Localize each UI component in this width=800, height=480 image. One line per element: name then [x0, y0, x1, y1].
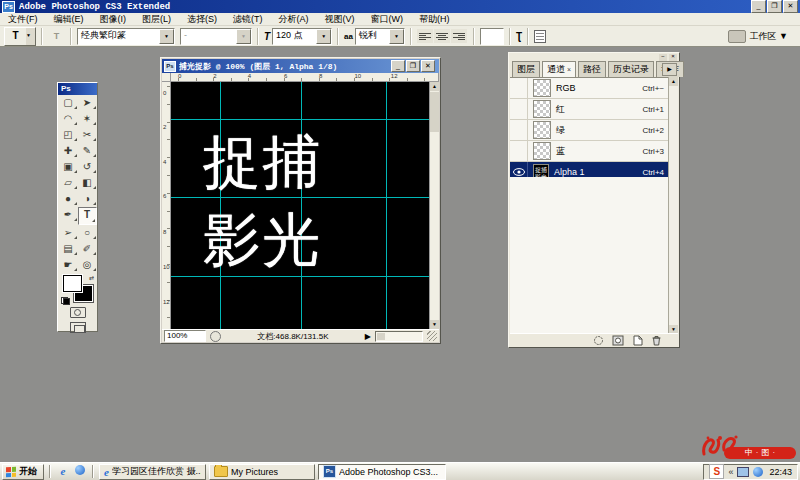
tray-chevron-icon[interactable]: « — [728, 467, 733, 477]
tool-preset-picker[interactable]: T ▼ — [4, 27, 36, 46]
menu-item[interactable]: 编辑(E) — [46, 13, 92, 26]
scroll-down-icon[interactable]: ▼ — [430, 320, 439, 329]
visibility-toggle[interactable] — [510, 120, 528, 140]
guide[interactable] — [171, 119, 429, 120]
quicklaunch-ie-icon[interactable]: e — [56, 465, 70, 478]
network-icon[interactable] — [737, 467, 749, 477]
pen-tool[interactable]: ✒ — [59, 207, 78, 223]
chevron-down-icon[interactable]: ▼ — [236, 29, 251, 44]
horizontal-scrollbar[interactable] — [375, 331, 423, 342]
menu-item[interactable]: 图层(L) — [134, 13, 179, 26]
visibility-toggle[interactable] — [510, 99, 528, 119]
history-brush-tool[interactable]: ↺ — [78, 159, 97, 175]
chevron-down-icon[interactable]: ▼ — [316, 29, 331, 44]
tab-历史记录[interactable]: 历史记录 — [608, 61, 654, 77]
chevron-down-icon[interactable]: ▼ — [26, 28, 35, 45]
minimize-button[interactable]: _ — [751, 0, 766, 13]
taskbar-task[interactable]: My Pictures — [209, 464, 315, 480]
guide[interactable] — [171, 276, 429, 277]
scrollbar-thumb[interactable] — [377, 333, 385, 340]
minimize-button[interactable]: _ — [391, 60, 405, 72]
chevron-down-icon[interactable]: ▼ — [159, 29, 174, 44]
eyedropper-tool[interactable]: ✐ — [78, 241, 97, 257]
tab-路径[interactable]: 路径 — [578, 61, 606, 77]
save-selection-icon[interactable] — [612, 335, 624, 346]
chevron-down-icon[interactable]: ▼ — [389, 29, 404, 44]
clone-stamp-tool[interactable]: ▣ — [59, 159, 78, 175]
scroll-up-icon[interactable]: ▲ — [430, 82, 439, 91]
taskbar-task[interactable]: e学习园区佳作欣赏 摄... — [99, 464, 206, 480]
gradient-tool[interactable]: ◧ — [78, 175, 97, 191]
text-orientation-button[interactable]: T — [48, 29, 65, 44]
menu-item[interactable]: 滤镜(T) — [225, 13, 271, 26]
palette-scrollbar[interactable]: ▲ ▼ — [668, 77, 678, 334]
notes-tool[interactable]: ▤ — [59, 241, 78, 257]
toggle-palettes-icon[interactable] — [534, 30, 546, 43]
swap-colors-icon[interactable]: ⇄ — [89, 274, 94, 281]
magic-wand-tool[interactable]: ✶ — [78, 111, 97, 127]
restore-button[interactable]: ❐ — [406, 60, 420, 72]
close-button[interactable]: ✕ — [783, 0, 798, 13]
dodge-tool[interactable]: ◑ — [78, 191, 97, 207]
menu-item[interactable]: 帮助(H) — [411, 13, 458, 26]
menu-item[interactable]: 分析(A) — [271, 13, 317, 26]
brush-tool[interactable]: ✎ — [78, 143, 97, 159]
font-size-select[interactable]: 120 点 ▼ — [272, 28, 332, 45]
move-tool[interactable]: ➤ — [78, 95, 97, 111]
load-selection-icon[interactable] — [593, 335, 604, 346]
hand-tool[interactable]: ☛ — [59, 257, 78, 273]
new-channel-icon[interactable] — [632, 335, 643, 346]
rect-marquee-tool[interactable]: ▢ — [59, 95, 78, 111]
font-family-select[interactable]: 经典繁印篆 ▼ — [77, 28, 175, 45]
screen-mode-button[interactable] — [58, 320, 97, 335]
anti-alias-select[interactable]: 锐利 ▼ — [355, 28, 405, 45]
scroll-up-icon[interactable]: ▲ — [669, 77, 678, 86]
channel-row[interactable]: 红Ctrl+1 — [510, 99, 668, 120]
quicklaunch-msn-icon[interactable] — [73, 465, 87, 478]
resize-grip[interactable] — [427, 331, 437, 341]
crop-tool[interactable]: ◰ — [59, 127, 78, 143]
align-center-button[interactable] — [434, 29, 450, 43]
channel-row[interactable]: RGBCtrl+~ — [510, 78, 668, 99]
foreground-color-swatch[interactable] — [63, 275, 82, 292]
blur-tool[interactable]: ● — [59, 191, 78, 207]
type-tool[interactable]: T — [78, 207, 97, 225]
palette-close-button[interactable]: × — [669, 54, 677, 61]
align-right-button[interactable] — [451, 29, 467, 43]
tray-app-icon[interactable] — [753, 467, 763, 477]
channel-row[interactable]: 蓝Ctrl+3 — [510, 141, 668, 162]
workspace-menu[interactable]: 工作区 ▼ — [750, 30, 788, 43]
zoom-tool[interactable]: ◎ — [78, 257, 97, 273]
zoom-level-field[interactable]: 100% — [164, 330, 206, 342]
start-button[interactable]: 开始 — [2, 464, 44, 480]
quick-mask-button[interactable] — [58, 305, 97, 320]
tab-通道[interactable]: 通道× — [542, 61, 576, 77]
eraser-tool[interactable]: ▱ — [59, 175, 78, 191]
palette-collapse-button[interactable]: − — [659, 54, 667, 61]
text-color-swatch[interactable] — [480, 28, 504, 45]
palette-menu-button[interactable]: ▶ — [662, 63, 677, 76]
menu-item[interactable]: 图像(I) — [92, 13, 135, 26]
default-colors-icon[interactable] — [61, 297, 70, 305]
align-left-button[interactable] — [417, 29, 433, 43]
scrollbar-thumb[interactable] — [430, 92, 439, 132]
canvas[interactable]: 捉捕影光 — [171, 82, 429, 329]
close-button[interactable]: ✕ — [421, 60, 435, 72]
tab-close-icon[interactable]: × — [567, 66, 571, 73]
vertical-ruler[interactable]: 024681012 — [162, 82, 171, 329]
path-select-tool[interactable]: ➢ — [59, 225, 78, 241]
vertical-scrollbar[interactable]: ▲ ▼ — [429, 82, 439, 329]
document-titlebar[interactable]: Ps 捕光捉影 @ 100% (图层 1, Alpha 1/8) _❐✕ — [162, 59, 439, 73]
tab-图层[interactable]: 图层 — [512, 61, 540, 77]
menu-item[interactable]: 窗口(W) — [363, 13, 412, 26]
warp-text-icon[interactable]: Ʈ — [516, 31, 522, 42]
channel-row[interactable]: 绿Ctrl+2 — [510, 120, 668, 141]
font-style-select[interactable]: - ▼ — [180, 28, 252, 45]
ime-icon[interactable]: S — [709, 464, 724, 479]
toolbox-titlebar[interactable]: Ps — [58, 83, 97, 95]
visibility-toggle[interactable] — [510, 141, 528, 161]
healing-brush-tool[interactable]: ✚ — [59, 143, 78, 159]
restore-button[interactable]: ❐ — [767, 0, 782, 13]
shape-tool[interactable]: ○ — [78, 225, 97, 241]
delete-channel-icon[interactable] — [651, 335, 662, 346]
